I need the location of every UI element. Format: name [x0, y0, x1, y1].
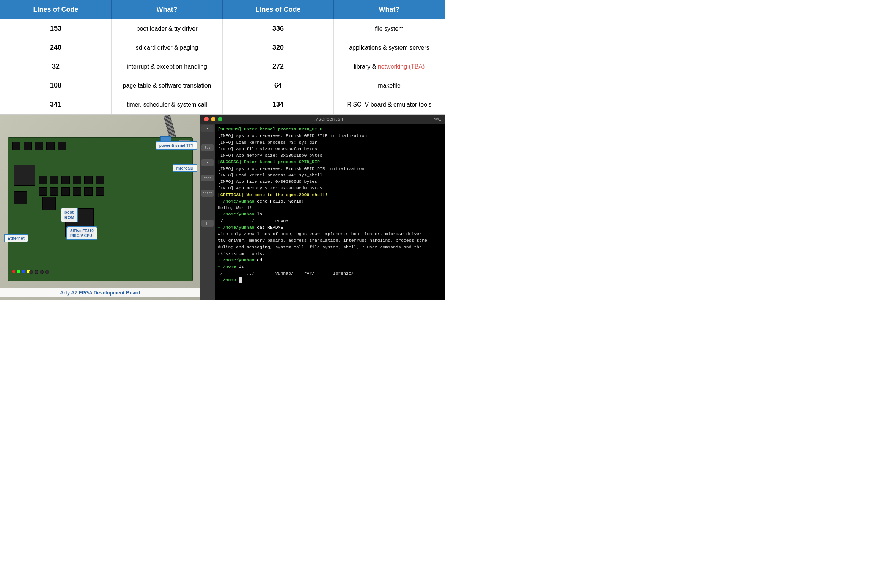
- button-4[interactable]: [45, 270, 49, 274]
- button-1[interactable]: [29, 270, 33, 274]
- key-dot[interactable]: •: [201, 159, 214, 166]
- buttons-row: [29, 270, 49, 274]
- header-loc2: Lines of Code: [223, 0, 334, 19]
- chip-5: [58, 142, 66, 150]
- label-microsd: microSD: [173, 164, 197, 172]
- key-fn[interactable]: fn: [201, 220, 214, 227]
- table-section: Lines of Code What? Lines of Code What? …: [0, 0, 445, 114]
- table-cell-loc1: 153: [0, 19, 112, 38]
- terminal-line: ./ ../ README: [218, 218, 442, 224]
- header-what1: What?: [112, 0, 223, 19]
- button-3[interactable]: [40, 270, 44, 274]
- terminal-line: [SUCCESS] Enter kernel process GPID_FILE: [218, 126, 442, 132]
- terminal-line: [INFO] sys_proc receives: Finish GPID_DI…: [218, 165, 442, 172]
- table-cell-desc2: RISC–V board & emulator tools: [334, 95, 445, 114]
- header-loc1: Lines of Code: [0, 0, 112, 19]
- terminal-line: mkfs/mkrom` tools.: [218, 250, 442, 257]
- label-bootrom: bootROM: [61, 208, 78, 222]
- terminal-shortcut: ⌥⌘1: [434, 117, 441, 122]
- label-ethernet: Ethernet: [4, 234, 28, 242]
- ethernet-chip: [14, 165, 35, 186]
- table-cell-loc2: 272: [223, 57, 334, 76]
- chip-13: [39, 187, 47, 196]
- terminal-line: → /home/yunhao echo Hello, World!: [218, 198, 442, 204]
- chip-7: [39, 176, 47, 184]
- table-row: 153boot loader & tty driver336file syste…: [0, 19, 445, 38]
- chip-9: [61, 176, 70, 184]
- label-power: power & serial TTY: [156, 141, 197, 150]
- dot-maximize[interactable]: [218, 117, 222, 121]
- table-cell-desc2: makefile: [334, 76, 445, 95]
- terminal-line: → /home/yunhao cat README: [218, 224, 442, 231]
- table-cell-desc1: timer, scheduler & system call: [112, 95, 223, 114]
- key-tab[interactable]: tab: [201, 144, 214, 151]
- key-tilde[interactable]: ~: [201, 125, 214, 132]
- terminal-line: ./ ../ yunhao/ rvr/ lorenzo/: [218, 270, 442, 277]
- table-cell-loc1: 240: [0, 38, 112, 57]
- table-cell-loc2: 320: [223, 38, 334, 57]
- dot-minimize[interactable]: [211, 117, 215, 121]
- led-blue: [22, 270, 25, 273]
- chip-15: [61, 187, 70, 196]
- terminal-title: ./screen.sh: [313, 116, 343, 122]
- table-row: 108page table & software translation64ma…: [0, 76, 445, 95]
- led-green: [17, 270, 20, 273]
- chip-12: [96, 176, 104, 184]
- terminal-line: → /home: [218, 277, 442, 283]
- terminal-line: [INFO] App memory size: 0x00000ed0 bytes: [218, 185, 442, 191]
- header-what2: What?: [334, 0, 445, 19]
- table-cell-loc1: 32: [0, 57, 112, 76]
- terminal-dots: [204, 117, 222, 121]
- chip-6: [14, 191, 27, 204]
- chip-2: [24, 142, 32, 150]
- terminal-line: [INFO] App memory size: 0x00001bb0 bytes: [218, 152, 442, 159]
- key-shift[interactable]: shift: [201, 190, 214, 197]
- button-2[interactable]: [35, 270, 38, 274]
- table-cell-desc1: boot loader & tty driver: [112, 19, 223, 38]
- terminal-body: ~ tab • caps shift fn [SUCCESS] Enter ke…: [200, 124, 445, 300]
- table-cell-loc2: 64: [223, 76, 334, 95]
- chip-16: [73, 187, 81, 196]
- leds-row: [12, 270, 30, 273]
- table-cell-loc1: 108: [0, 76, 112, 95]
- key-caps[interactable]: caps: [201, 175, 214, 181]
- bottom-section: power & serial TTY microSD bootROM Ether…: [0, 114, 445, 300]
- chip-11: [84, 176, 93, 184]
- terminal-line: tty driver, memory paging, address trans…: [218, 237, 442, 244]
- chip-4: [46, 142, 55, 150]
- terminal-titlebar: ./screen.sh ⌥⌘1: [200, 115, 445, 124]
- led-red: [12, 270, 15, 273]
- terminal-line: duling and messaging, system call, file …: [218, 244, 442, 250]
- board-section: power & serial TTY microSD bootROM Ether…: [0, 115, 200, 300]
- terminal-line: [INFO] App file size: 0x00000fa4 bytes: [218, 146, 442, 152]
- terminal-output[interactable]: [SUCCESS] Enter kernel process GPID_FILE…: [215, 124, 445, 300]
- lines-of-code-table: Lines of Code What? Lines of Code What? …: [0, 0, 445, 114]
- terminal-line: [SUCCESS] Enter kernel process GPID_DIR: [218, 159, 442, 165]
- terminal-line: [INFO] sys_proc receives: Finish GPID_FI…: [218, 132, 442, 139]
- pcb-board: [8, 137, 193, 281]
- label-sifive: SiFive FE310RISC-V CPU: [66, 226, 97, 240]
- chip-18: [96, 187, 104, 196]
- table-cell-desc2: library & networking (TBA): [334, 57, 445, 76]
- table-cell-desc2: file system: [334, 19, 445, 38]
- terminal-line: With only 2000 lines of code, egos-2000 …: [218, 231, 442, 237]
- table-row: 341timer, scheduler & system call134RISC…: [0, 95, 445, 114]
- terminal-line: [INFO] Load kernel process #3: sys_dir: [218, 139, 442, 146]
- table-cell-loc2: 134: [223, 95, 334, 114]
- table-row: 240sd card driver & paging320application…: [0, 38, 445, 57]
- terminal-line: → /home/yunhao ls: [218, 211, 442, 217]
- dot-close[interactable]: [204, 117, 209, 121]
- chip-1: [12, 142, 20, 150]
- chip-8: [50, 176, 58, 184]
- table-row: 32interrupt & exception handling272libra…: [0, 57, 445, 76]
- terminal-line: Hello, World!: [218, 204, 442, 211]
- term-keys: ~ tab • caps shift fn: [200, 124, 215, 300]
- terminal-line: → /home ls: [218, 263, 442, 270]
- table-cell-desc1: page table & software translation: [112, 76, 223, 95]
- chip-14: [50, 187, 58, 196]
- terminal-section: ./screen.sh ⌥⌘1 ~ tab • caps shift fn [S…: [200, 115, 445, 300]
- red-text: networking (TBA): [378, 63, 425, 70]
- table-cell-desc1: sd card driver & paging: [112, 38, 223, 57]
- table-cell-loc2: 336: [223, 19, 334, 38]
- chip-17: [84, 187, 93, 196]
